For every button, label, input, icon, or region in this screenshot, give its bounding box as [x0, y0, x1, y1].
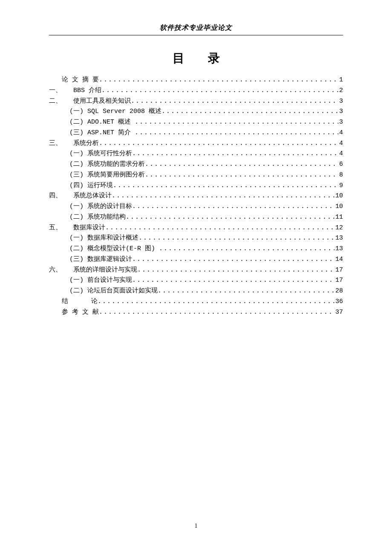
toc-entry-page: 3	[338, 117, 343, 128]
toc-entry-text: ADO.NET 概述	[87, 119, 135, 126]
toc-entry-text: 数据库逻辑设计	[87, 256, 132, 263]
toc-entry-page: 17	[334, 265, 343, 276]
toc-entry-label: 六、 系统的详细设计与实现	[49, 265, 137, 276]
toc-entry-label: 论 文 摘 要	[62, 75, 99, 86]
toc-entry-text: 系统功能的需求分析	[87, 161, 145, 168]
toc-entry-page: 17	[334, 275, 343, 286]
toc-leader-dots	[113, 181, 338, 191]
toc-entry-label: 五、 数据库设计	[49, 223, 105, 234]
toc-entry: (二) 系统功能结构11	[49, 212, 343, 223]
toc-entry-text: 系统可行性分析	[87, 150, 132, 157]
toc-entry-text: 数据库设计	[73, 224, 105, 231]
toc-leader-dots	[105, 223, 334, 234]
toc-entry: (二) ADO.NET 概述 3	[49, 117, 343, 128]
toc-entry: (三) 系统简要用例图分析8	[49, 170, 343, 181]
toc-entry-number: (二)	[69, 161, 84, 168]
toc-entry-text: 系统简要用例图分析	[87, 171, 145, 179]
toc-leader-dots	[126, 212, 334, 223]
toc-entry-number: (二)	[69, 245, 84, 252]
toc-leader-dots	[132, 149, 338, 159]
toc-entry-page: 4	[338, 139, 343, 149]
toc-entry-label: (一) 系统可行性分析	[69, 149, 132, 159]
toc-entry-text: 使用工具及相关知识	[73, 98, 131, 105]
toc-leader-dots	[135, 117, 338, 128]
toc-entry-page: 4	[338, 149, 343, 159]
toc-entry-label: (一) 前台设计与实现	[69, 275, 132, 286]
toc-entry-label: (一) 系统的设计目标	[69, 202, 132, 212]
toc-entry-text: 数据库和设计概述	[87, 234, 138, 242]
toc-entry: (一) 系统可行性分析4	[49, 149, 343, 159]
toc-entry-label: 参 考 文 献	[62, 307, 99, 318]
toc-leader-dots	[132, 202, 334, 212]
toc-entry-page: 11	[334, 212, 343, 223]
toc-entry: (三) ASP.NET 简介 4	[49, 128, 343, 139]
toc-leader-dots	[161, 107, 338, 117]
toc-entry-text: SQL Server 2008 概述	[87, 108, 161, 115]
toc-leader-dots	[132, 254, 334, 265]
toc-entry: 四、 系统总体设计10	[49, 191, 343, 202]
toc-entry-number: (一)	[69, 108, 84, 115]
toc-entry-label: 三、 系统分析	[49, 139, 99, 149]
toc-entry: (三) 数据库逻辑设计14	[49, 254, 343, 265]
toc-entry-label: 一、 BBS 介绍	[49, 86, 101, 96]
toc-entry-number: (二)	[69, 214, 84, 221]
toc-leader-dots	[132, 275, 334, 286]
toc-leader-dots	[112, 191, 334, 202]
toc-entry: 结 论36	[49, 297, 343, 307]
toc-entry-label: 结 论	[62, 297, 98, 307]
toc-entry-page: 4	[338, 128, 343, 139]
toc-entry-page: 12	[334, 223, 343, 234]
toc-entry-page: 10	[334, 202, 343, 212]
toc-entry-label: (三) 系统简要用例图分析	[69, 170, 145, 181]
toc-entry-label: (二) 系统功能的需求分析	[69, 159, 145, 170]
toc-entry-label: (二) ADO.NET 概述	[69, 117, 135, 128]
toc-entry-text: 系统功能结构	[87, 214, 126, 221]
toc-entry-label: (四) 运行环境	[69, 181, 113, 191]
toc-entry-label: (一) 数据库和设计概述	[69, 233, 138, 244]
toc-entry-number: (四)	[69, 182, 84, 189]
toc-entry-number: (一)	[69, 234, 84, 242]
toc-entry-label: (二) 论坛后台页面设计如实现	[69, 286, 158, 297]
toc-leader-dots	[145, 170, 338, 181]
toc-entry-number: (三)	[69, 129, 84, 136]
toc-leader-dots	[158, 286, 334, 297]
toc-entry-page: 28	[334, 286, 343, 297]
toc-entry: 五、 数据库设计12	[49, 223, 343, 234]
toc-entry: (一) SQL Server 2008 概述3	[49, 107, 343, 117]
toc-entry-number: 二、	[49, 98, 62, 105]
toc-entry-page: 13	[334, 244, 343, 254]
toc-leader-dots	[101, 86, 338, 96]
toc-entry: 一、 BBS 介绍2	[49, 86, 343, 96]
toc-entry-text: 运行环境	[87, 182, 113, 189]
toc-entry: (一) 前台设计与实现17	[49, 275, 343, 286]
toc-entry-text: 系统的设计目标	[87, 203, 132, 210]
toc-entry-label: (三) 数据库逻辑设计	[69, 254, 132, 265]
toc-entry: (二) 概念模型设计(E-R 图) 13	[49, 244, 343, 254]
toc-entry-page: 9	[338, 181, 343, 191]
toc-entry: 六、 系统的详细设计与实现17	[49, 265, 343, 276]
toc-entry-page: 14	[334, 254, 343, 265]
page-number: 1	[0, 523, 392, 529]
table-of-contents: 论 文 摘 要1一、 BBS 介绍2二、 使用工具及相关知识3(一) SQL S…	[49, 75, 343, 318]
toc-leader-dots	[99, 75, 338, 86]
toc-entry-label: 二、 使用工具及相关知识	[49, 96, 131, 107]
toc-entry-number: 一、	[49, 87, 62, 94]
toc-leader-dots	[99, 139, 338, 149]
toc-leader-dots	[159, 244, 334, 254]
toc-entry-page: 8	[338, 170, 343, 181]
toc-entry-label: (一) SQL Server 2008 概述	[69, 107, 161, 117]
toc-entry-label: (二) 系统功能结构	[69, 212, 126, 223]
toc-heading: 目录	[49, 50, 343, 66]
toc-entry-page: 3	[338, 107, 343, 117]
toc-entry-page: 37	[334, 307, 343, 318]
toc-entry-page: 2	[338, 86, 343, 96]
toc-entry-page: 3	[338, 96, 343, 107]
toc-entry-number: (三)	[69, 171, 84, 179]
toc-entry-text: 论坛后台页面设计如实现	[87, 287, 158, 295]
toc-entry-text: ASP.NET 简介	[87, 129, 135, 136]
toc-entry-text: 概念模型设计(E-R 图)	[87, 245, 159, 252]
toc-entry-number: (一)	[69, 150, 84, 157]
toc-entry-text: 系统的详细设计与实现	[73, 266, 137, 274]
toc-entry: (二) 系统功能的需求分析6	[49, 159, 343, 170]
toc-entry-label: (三) ASP.NET 简介	[69, 128, 135, 139]
